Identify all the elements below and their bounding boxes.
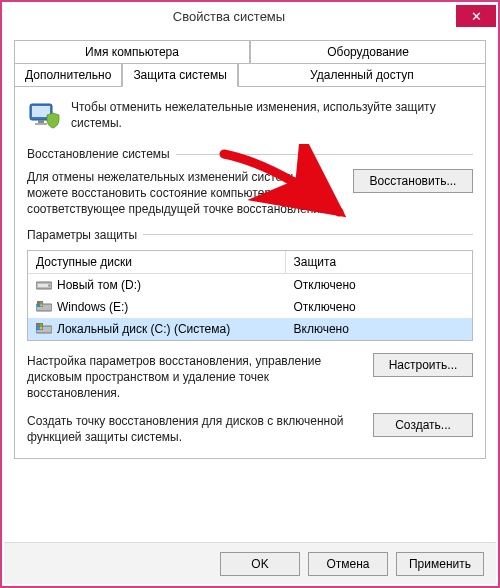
table-row[interactable]: Новый том (D:) Отключено	[28, 274, 472, 296]
configure-button[interactable]: Настроить...	[373, 353, 473, 377]
group-restore: Восстановление системы	[27, 147, 473, 161]
cancel-button[interactable]: Отмена	[308, 552, 388, 576]
windows-drive-icon	[36, 300, 52, 314]
dialog-body: Имя компьютера Оборудование Дополнительн…	[2, 30, 498, 507]
col-disks[interactable]: Доступные диски	[28, 251, 286, 273]
ok-button[interactable]: OK	[220, 552, 300, 576]
disk-status: Отключено	[286, 276, 472, 294]
svg-rect-5	[38, 284, 48, 287]
disk-status: Отключено	[286, 298, 472, 316]
divider	[176, 154, 473, 155]
disk-status: Включено	[286, 320, 472, 338]
apply-button[interactable]: Применить	[396, 552, 484, 576]
svg-rect-2	[38, 120, 44, 123]
svg-point-6	[49, 284, 51, 286]
svg-rect-17	[37, 326, 40, 329]
info-text: Чтобы отменить нежелательные изменения, …	[71, 99, 473, 131]
tab-advanced[interactable]: Дополнительно	[14, 63, 122, 86]
titlebar: Свойства системы ✕	[2, 2, 498, 30]
table-header: Доступные диски Защита	[28, 251, 472, 274]
tab-strip: Имя компьютера Оборудование Дополнительн…	[14, 40, 486, 86]
table-row[interactable]: Локальный диск (C:) (Система) Включено	[28, 318, 472, 340]
svg-rect-15	[37, 323, 40, 326]
svg-rect-18	[40, 326, 43, 329]
info-row: Чтобы отменить нежелательные изменения, …	[27, 99, 473, 133]
svg-rect-12	[40, 304, 42, 306]
group-protection: Параметры защиты	[27, 228, 473, 242]
restore-text: Для отмены нежелательных изменений систе…	[27, 169, 341, 218]
group-restore-label: Восстановление системы	[27, 147, 170, 161]
create-row: Создать точку восстановления для дисков …	[27, 413, 473, 445]
system-drive-icon	[36, 322, 52, 336]
divider	[143, 234, 473, 235]
svg-rect-10	[40, 301, 42, 303]
group-protection-label: Параметры защиты	[27, 228, 137, 242]
configure-row: Настройка параметров восстановления, упр…	[27, 353, 473, 402]
disk-name: Windows (E:)	[57, 300, 128, 314]
tab-remote[interactable]: Удаленный доступ	[238, 63, 486, 86]
tab-system-protection[interactable]: Защита системы	[122, 63, 237, 87]
hdd-icon	[36, 278, 52, 292]
window-title: Свойства системы	[2, 9, 456, 24]
disk-name: Локальный диск (C:) (Система)	[57, 322, 230, 336]
shield-monitor-icon	[27, 99, 61, 133]
table-row[interactable]: Windows (E:) Отключено	[28, 296, 472, 318]
svg-rect-3	[35, 123, 47, 125]
dialog-footer: OK Отмена Применить	[4, 542, 496, 584]
close-button[interactable]: ✕	[456, 5, 496, 27]
col-protection[interactable]: Защита	[286, 251, 472, 273]
disk-name: Новый том (D:)	[57, 278, 141, 292]
close-icon: ✕	[471, 9, 482, 24]
tab-computer-name[interactable]: Имя компьютера	[14, 40, 250, 63]
disk-table: Доступные диски Защита Новый том (D:) От…	[27, 250, 473, 341]
tab-panel: Чтобы отменить нежелательные изменения, …	[14, 86, 486, 459]
svg-rect-11	[38, 304, 40, 306]
restore-button[interactable]: Восстановить...	[353, 169, 473, 193]
svg-rect-16	[40, 323, 43, 326]
configure-text: Настройка параметров восстановления, упр…	[27, 353, 361, 402]
restore-row: Для отмены нежелательных изменений систе…	[27, 169, 473, 218]
create-text: Создать точку восстановления для дисков …	[27, 413, 361, 445]
tab-hardware[interactable]: Оборудование	[250, 40, 486, 63]
window: Свойства системы ✕ Имя компьютера Оборуд…	[0, 0, 500, 588]
create-button[interactable]: Создать...	[373, 413, 473, 437]
svg-rect-9	[38, 301, 40, 303]
